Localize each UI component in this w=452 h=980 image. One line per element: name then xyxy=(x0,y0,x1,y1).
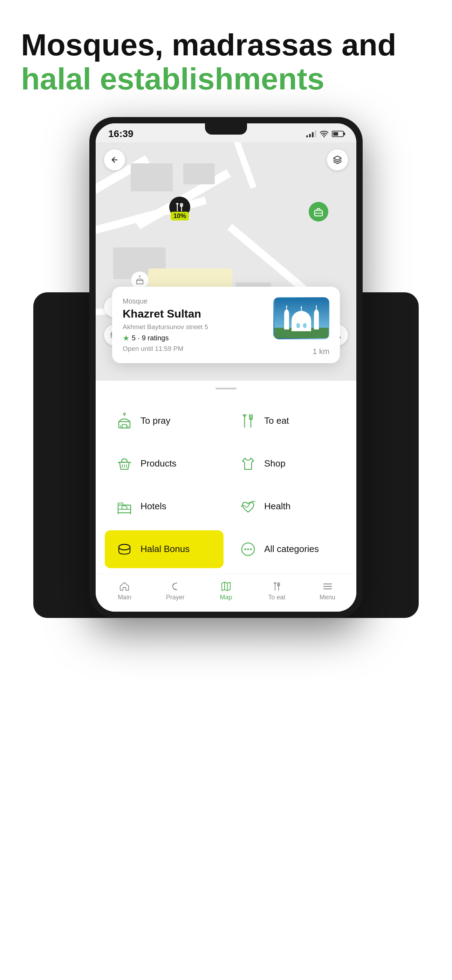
svg-point-31 xyxy=(124,413,126,415)
food-icon xyxy=(175,202,185,212)
moon-icon xyxy=(170,581,180,592)
nav-toeat[interactable]: To eat xyxy=(259,581,294,601)
map-area: 10% xyxy=(95,142,357,381)
svg-rect-8 xyxy=(137,280,143,284)
category-grid: To pray To eat xyxy=(95,400,357,570)
signal-bar-4 xyxy=(315,130,317,137)
layers-button[interactable] xyxy=(327,149,348,170)
info-card-hours: Open until 11:59 PM xyxy=(123,345,266,353)
phone-wrapper: 16:39 xyxy=(33,117,419,618)
mosque-svg xyxy=(274,298,329,338)
star-icon: ★ xyxy=(123,334,130,343)
rating-separator: · xyxy=(138,334,140,342)
signal-bar-1 xyxy=(306,135,308,137)
marker-green-circle-1 xyxy=(309,202,328,221)
mosque-image xyxy=(273,297,329,339)
back-button[interactable] xyxy=(104,149,125,170)
all-categories-label: All categories xyxy=(264,544,319,555)
svg-point-51 xyxy=(247,548,249,550)
marker-green-1[interactable] xyxy=(309,202,328,221)
bottom-nav: Main Prayer xyxy=(95,574,357,612)
signal-bar-2 xyxy=(309,134,311,137)
category-health[interactable]: Health xyxy=(228,488,347,525)
halal-bonus-label: Halal Bonus xyxy=(140,544,189,555)
svg-rect-28 xyxy=(303,323,307,328)
hotel-category-icon xyxy=(115,497,134,515)
info-card-type: Mosque xyxy=(123,297,266,305)
svg-point-18 xyxy=(284,310,289,318)
health-label: Health xyxy=(264,501,290,512)
category-hotels[interactable]: Hotels xyxy=(105,488,224,525)
signal-bar-3 xyxy=(312,132,314,137)
category-shop[interactable]: Shop xyxy=(228,445,347,483)
nav-main[interactable]: Main xyxy=(107,581,142,601)
bottom-sheet: To pray To eat xyxy=(95,381,357,574)
back-arrow-icon xyxy=(110,156,119,164)
map-block-2 xyxy=(183,163,215,185)
category-eat[interactable]: To eat xyxy=(228,402,347,440)
phone-inner: 16:39 xyxy=(95,123,357,612)
map-block-1 xyxy=(131,163,173,191)
basket-category-icon xyxy=(115,455,134,473)
products-label: Products xyxy=(140,458,177,469)
info-card[interactable]: Mosque Khazret Sultan Akhmet Baytursunov… xyxy=(112,287,340,363)
svg-point-0 xyxy=(323,136,325,137)
map-icon xyxy=(221,581,231,592)
svg-point-22 xyxy=(314,310,319,318)
drag-indicator xyxy=(215,388,237,390)
category-halal-bonus[interactable]: Halal Bonus xyxy=(105,530,224,568)
pray-label: To pray xyxy=(140,415,170,426)
svg-rect-27 xyxy=(296,323,300,328)
header-title-line1: Mosques, madrassas and xyxy=(21,28,431,62)
home-icon xyxy=(119,581,130,592)
category-products[interactable]: Products xyxy=(105,445,224,483)
tshirt-category-icon xyxy=(239,455,257,473)
nav-prayer[interactable]: Prayer xyxy=(158,581,193,601)
wifi-icon xyxy=(320,130,328,137)
layers-icon xyxy=(333,155,342,164)
rating-value: 5 xyxy=(132,334,135,342)
toeat-nav-label: To eat xyxy=(268,594,285,601)
shop-label: Shop xyxy=(264,458,286,469)
fork-nav-icon xyxy=(272,581,282,592)
discount-badge: 10% xyxy=(170,212,189,221)
svg-point-52 xyxy=(250,548,252,550)
info-card-distance: 1 km xyxy=(312,347,329,356)
briefcase-icon xyxy=(314,207,323,216)
phone-notch xyxy=(205,123,247,135)
all-categories-icon xyxy=(239,540,257,558)
svg-rect-34 xyxy=(122,425,126,428)
category-pray[interactable]: To pray xyxy=(105,402,224,440)
nav-map[interactable]: Map xyxy=(208,581,244,601)
mosque-outline-icon xyxy=(135,275,145,285)
battery-fill xyxy=(333,132,338,136)
info-card-name: Khazret Sultan xyxy=(123,307,266,320)
menu-icon xyxy=(322,581,333,592)
menu-nav-label: Menu xyxy=(320,594,335,601)
svg-rect-16 xyxy=(291,321,311,331)
svg-point-48 xyxy=(119,544,130,550)
header-section: Mosques, madrassas and halal establishme… xyxy=(0,0,452,117)
eat-label: To eat xyxy=(264,415,289,426)
ratings-count: 9 ratings xyxy=(142,334,169,342)
main-nav-label: Main xyxy=(118,594,131,601)
info-card-rating: ★ 5 · 9 ratings xyxy=(123,334,266,343)
coin-category-icon xyxy=(115,540,134,558)
status-time: 16:39 xyxy=(108,128,134,140)
svg-point-50 xyxy=(245,548,246,550)
fork-category-icon xyxy=(239,412,257,430)
svg-point-10 xyxy=(139,275,140,277)
map-nav-label: Map xyxy=(220,594,232,601)
info-card-address: Akhmet Baytursunov street 5 xyxy=(123,323,266,331)
category-all[interactable]: All categories xyxy=(228,530,347,568)
hotels-label: Hotels xyxy=(140,501,166,512)
info-card-text: Mosque Khazret Sultan Akhmet Baytursunov… xyxy=(123,297,266,353)
status-icons xyxy=(306,130,344,137)
prayer-nav-label: Prayer xyxy=(166,594,185,601)
signal-bars-icon xyxy=(306,130,317,137)
phone-outer: 16:39 xyxy=(89,117,363,618)
nav-menu[interactable]: Menu xyxy=(310,581,345,601)
food-marker[interactable]: 10% xyxy=(169,197,190,218)
battery-icon xyxy=(332,131,344,137)
health-category-icon xyxy=(239,497,257,515)
